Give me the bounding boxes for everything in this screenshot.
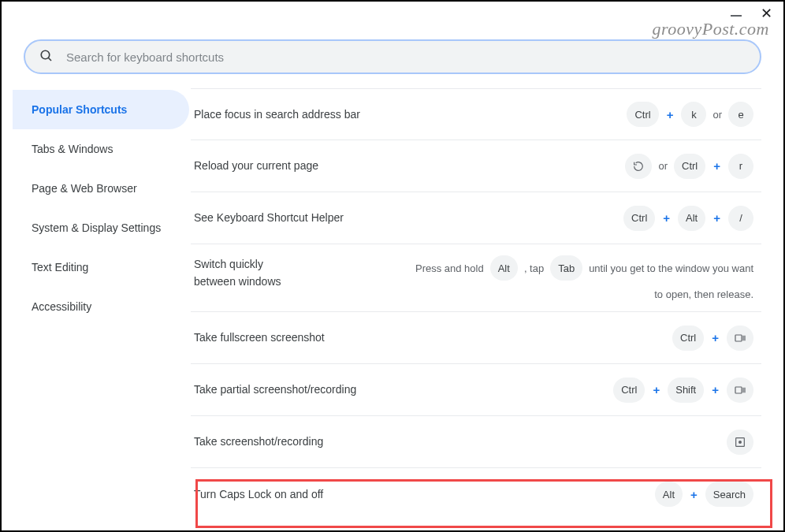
keycap-e: e: [728, 102, 753, 127]
or-text: or: [658, 160, 668, 172]
instruction-text: until you get to the window you want: [589, 262, 753, 274]
keycap-ctrl: Ctrl: [627, 102, 658, 127]
plus-icon: +: [665, 108, 675, 121]
minimize-icon[interactable]: [731, 15, 742, 17]
shortcut-row-reload-page: Reload your current page or Ctrl + r: [191, 140, 761, 192]
keycap-reload-icon: [625, 154, 652, 179]
window-controls: ✕: [731, 6, 772, 20]
search-icon: [39, 49, 54, 65]
plus-icon: +: [712, 159, 722, 173]
shortcut-label: Take partial screenshot/recording: [194, 381, 356, 398]
shortcut-keys: Ctrl + Alt + /: [623, 206, 753, 231]
shortcut-keys: Press and hold Alt , tap Tab until you g…: [415, 255, 753, 281]
keycap-ctrl: Ctrl: [623, 206, 655, 231]
keycap-tab: Tab: [550, 255, 582, 281]
shortcut-label: Place focus in search address bar: [194, 106, 360, 123]
plus-icon: +: [712, 211, 722, 225]
sidebar-item-text-editing[interactable]: Text Editing: [13, 247, 189, 287]
search-input[interactable]: [65, 50, 746, 65]
keycap-alt: Alt: [490, 255, 518, 281]
shortcut-row-shortcut-helper: See Keyboard Shortcut Helper Ctrl + Alt …: [191, 192, 761, 244]
keycap-k: k: [681, 102, 706, 127]
search-bar[interactable]: [24, 39, 761, 74]
shortcut-row-fullscreen-screenshot: Take fullscreen screenshot Ctrl +: [191, 312, 761, 364]
instruction-text: Press and hold: [415, 262, 484, 274]
watermark-text: groovyPost.com: [652, 19, 769, 39]
svg-rect-2: [735, 335, 742, 341]
keycap-ctrl: Ctrl: [672, 326, 704, 351]
shortcut-row-screenshot-recording: Take screenshot/recording: [191, 416, 761, 468]
shortcut-keys: Ctrl +: [672, 326, 753, 351]
sidebar-item-accessibility[interactable]: Accessibility: [13, 287, 189, 326]
shortcut-row-switch-windows: Switch quickly between windows Press and…: [191, 244, 761, 312]
shortcut-keys: Ctrl + k or e: [627, 102, 753, 127]
sidebar-nav: Popular Shortcuts Tabs & Windows Page & …: [2, 85, 191, 529]
plus-icon: +: [689, 488, 699, 501]
instruction-text: , tap: [524, 262, 544, 274]
sidebar-item-tabs-windows[interactable]: Tabs & Windows: [13, 129, 189, 169]
shortcut-keys: [727, 430, 753, 455]
shortcut-label: Turn Caps Lock on and off: [194, 485, 323, 503]
sidebar-item-system-display[interactable]: System & Display Settings: [13, 208, 189, 247]
shortcut-row-partial-screenshot: Take partial screenshot/recording Ctrl +…: [191, 364, 761, 416]
shortcut-label: Take fullscreen screenshot: [194, 329, 325, 346]
keycap-overview-icon: [727, 378, 753, 403]
sidebar-item-page-web-browser[interactable]: Page & Web Browser: [13, 169, 189, 208]
keycap-alt: Alt: [678, 206, 705, 231]
shortcuts-list: Place focus in search address bar Ctrl +…: [191, 85, 783, 529]
svg-point-0: [41, 50, 50, 59]
keycap-ctrl: Ctrl: [674, 154, 705, 179]
shortcut-label: See Keyboard Shortcut Helper: [194, 209, 344, 226]
keycap-search: Search: [705, 482, 753, 507]
close-icon[interactable]: ✕: [761, 6, 772, 20]
keycap-overview-icon: [727, 326, 753, 351]
keycap-shift: Shift: [668, 378, 704, 403]
plus-icon: +: [710, 383, 720, 396]
plus-icon: +: [710, 331, 720, 344]
shortcut-label: Take screenshot/recording: [194, 433, 323, 450]
or-text: or: [712, 109, 722, 121]
keycap-alt: Alt: [655, 482, 683, 507]
svg-line-1: [48, 58, 51, 61]
plus-icon: +: [661, 211, 672, 225]
shortcut-row-focus-address-bar: Place focus in search address bar Ctrl +…: [191, 88, 761, 140]
keycap-r: r: [728, 154, 753, 179]
shortcut-label: Reload your current page: [194, 157, 318, 174]
shortcut-keys: Alt + Search: [655, 482, 753, 507]
keycap-ctrl: Ctrl: [613, 378, 645, 403]
instruction-text: to open, then release.: [654, 288, 753, 300]
svg-rect-5: [735, 387, 742, 393]
keycap-slash: /: [728, 206, 753, 231]
shortcut-keys: or Ctrl + r: [625, 154, 753, 179]
shortcut-keys: Ctrl + Shift +: [613, 378, 753, 403]
keycap-screen-capture-icon: [727, 430, 753, 455]
plus-icon: +: [651, 383, 661, 396]
shortcut-row-caps-lock: Turn Caps Lock on and off Alt + Search: [191, 468, 761, 520]
shortcut-label: Switch quickly between windows: [194, 255, 352, 291]
sidebar-item-popular-shortcuts[interactable]: Popular Shortcuts: [13, 90, 189, 129]
svg-point-9: [738, 441, 742, 444]
